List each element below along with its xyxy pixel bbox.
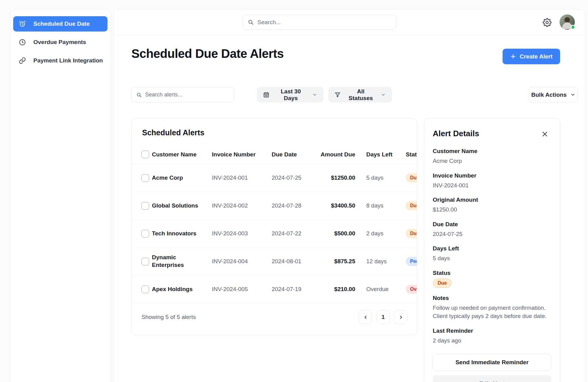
table-row[interactable]: Global SolutionsINV-2024-0022024-07-28$3… — [132, 192, 417, 220]
row-checkbox[interactable] — [141, 230, 149, 238]
prev-page-button[interactable] — [359, 310, 372, 324]
cell: 2024-07-19 — [272, 286, 321, 293]
cell: 12 days — [355, 258, 406, 265]
cell: $3400.50 — [321, 202, 355, 209]
sidebar-item-label: Overdue Payments — [33, 39, 86, 46]
table-body: Acme CorpINV-2024-0012024-07-25$1250.005… — [132, 164, 417, 303]
cell: Dynamic Enterprises — [152, 254, 212, 269]
cell: INV-2024-002 — [212, 202, 272, 209]
table-row[interactable]: Dynamic EnterprisesINV-2024-0042024-08-0… — [132, 248, 417, 275]
row-checkbox[interactable] — [141, 174, 149, 182]
sidebar-item-scheduled-due-date[interactable]: Scheduled Due Date — [13, 16, 107, 32]
clock-icon — [19, 39, 26, 46]
status-badge: Overdue — [406, 285, 417, 294]
status-badge: Due — [406, 201, 417, 210]
global-search[interactable] — [243, 15, 397, 30]
chevron-down-icon — [312, 92, 317, 97]
cell: $1250.00 — [321, 174, 355, 181]
page-number-button[interactable]: 1 — [376, 310, 390, 324]
details-actions: Send Immediate Reminder Edit Alert — [433, 354, 551, 382]
table-row[interactable]: Apex HoldingsINV-2024-0052024-07-19$210.… — [132, 275, 417, 303]
table-footer: Showing 5 of 5 alerts 1 — [132, 303, 417, 331]
alarm-clock-icon — [19, 20, 26, 28]
sidebar-item-payment-link-integration[interactable]: Payment Link Integration — [13, 53, 107, 68]
sidebar-item-overdue-payments[interactable]: Overdue Payments — [13, 35, 107, 50]
row-checkbox[interactable] — [141, 258, 149, 265]
gear-icon — [543, 18, 552, 27]
date-range-filter[interactable]: Last 30 Days — [257, 87, 323, 103]
chevron-right-icon — [398, 315, 404, 320]
field-value: Acme Corp — [433, 157, 551, 165]
send-immediate-reminder-button[interactable]: Send Immediate Reminder — [433, 354, 551, 371]
detail-field: Due Date2024-07-25 — [433, 221, 551, 238]
column-header: Amount Due — [321, 151, 355, 158]
cell: INV-2024-004 — [212, 258, 272, 265]
alert-search-input[interactable] — [145, 92, 229, 98]
cell: Acme Corp — [152, 174, 212, 182]
cell: 2 days — [355, 230, 406, 237]
cell: 2024-08-01 — [272, 258, 321, 265]
table-row[interactable]: Acme CorpINV-2024-0012024-07-25$1250.005… — [132, 164, 417, 192]
field-value: $1250.00 — [433, 205, 551, 214]
status-filter[interactable]: All Statuses — [328, 87, 392, 103]
detail-field: Last Reminder2 days ago — [433, 328, 551, 345]
user-avatar[interactable] — [560, 14, 575, 30]
cell: $875.25 — [321, 258, 355, 265]
cell: Overdue — [355, 286, 406, 293]
status-badge: Due — [406, 173, 417, 182]
status-badge: Due — [406, 229, 417, 238]
search-icon — [136, 92, 142, 98]
main-panel: Scheduled Due Date Alerts Create Alert L… — [113, 9, 586, 382]
alert-details-panel: Alert Details Customer NameAcme CorpInvo… — [424, 118, 560, 382]
cell: 2024-07-22 — [272, 230, 321, 237]
cell: Global Solutions — [152, 202, 212, 210]
alert-search[interactable] — [131, 87, 234, 103]
select-all-checkbox[interactable] — [141, 151, 149, 158]
table-row[interactable]: Tech InnovatorsINV-2024-0032024-07-22$50… — [132, 220, 417, 248]
detail-field: Original Amount$1250.00 — [433, 197, 551, 214]
bulk-actions-button[interactable]: Bulk Actions — [529, 87, 578, 103]
search-icon — [248, 19, 254, 25]
field-value: Follow up needed on payment confirmation… — [433, 304, 551, 320]
calendar-icon — [263, 92, 270, 98]
cell: 8 days — [355, 202, 406, 209]
row-checkbox[interactable] — [141, 202, 149, 210]
cell: Tech Innovators — [152, 230, 212, 238]
column-header: Days Left — [355, 151, 406, 158]
global-search-input[interactable] — [258, 19, 391, 26]
detail-field: NotesFollow up needed on payment confirm… — [433, 295, 551, 320]
column-header: Status — [406, 151, 417, 158]
edit-alert-button[interactable]: Edit Alert — [433, 375, 551, 382]
sidebar-item-label: Payment Link Integration — [33, 57, 103, 64]
field-value: INV-2024-001 — [433, 181, 551, 190]
plus-icon — [510, 54, 516, 59]
topbar — [114, 9, 585, 35]
field-label: Status — [433, 270, 551, 276]
column-header: Customer Name — [152, 151, 212, 158]
close-details-button[interactable] — [540, 129, 549, 139]
next-page-button[interactable] — [394, 310, 408, 324]
field-label: Days Left — [433, 245, 551, 252]
column-header: Invoice Number — [212, 151, 272, 158]
details-fields: Customer NameAcme CorpInvoice NumberINV-… — [433, 148, 551, 345]
detail-field: StatusDue — [433, 270, 551, 288]
link-icon — [19, 57, 26, 64]
field-label: Last Reminder — [433, 328, 551, 334]
create-alert-button[interactable]: Create Alert — [503, 49, 560, 64]
settings-button[interactable] — [541, 16, 553, 28]
field-label: Invoice Number — [433, 172, 551, 179]
cell: INV-2024-005 — [212, 286, 272, 293]
field-label: Original Amount — [433, 197, 551, 203]
sidebar: Scheduled Due DateOverdue PaymentsPaymen… — [10, 9, 111, 382]
cell: INV-2024-001 — [212, 174, 272, 181]
status-badge: Due — [433, 279, 452, 288]
chevron-left-icon — [363, 315, 368, 320]
results-summary: Showing 5 of 5 alerts — [141, 314, 196, 320]
sidebar-item-label: Scheduled Due Date — [33, 21, 90, 27]
field-value: 2024-07-25 — [433, 230, 551, 238]
close-icon — [541, 131, 548, 137]
row-checkbox[interactable] — [141, 286, 149, 293]
cell: 2024-07-25 — [272, 174, 321, 181]
table-header-row: Customer Name Invoice Number Due Date Am… — [132, 145, 417, 164]
filter-bar: Last 30 Days All Statuses Bulk Actions — [131, 87, 560, 103]
